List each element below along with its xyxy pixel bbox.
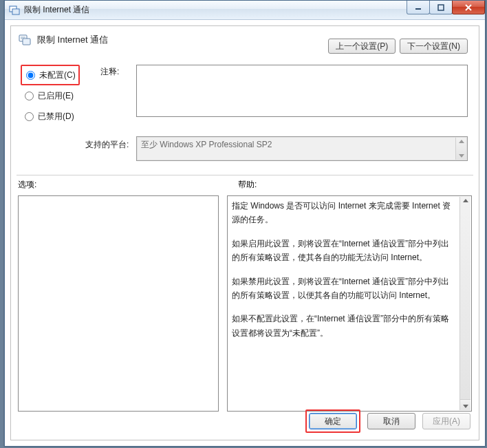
maximize-button[interactable] bbox=[429, 1, 453, 14]
help-text: 指定 Windows 是否可以访问 Internet 来完成需要 Interne… bbox=[232, 199, 467, 340]
page-title: 限制 Internet 通信 bbox=[37, 34, 108, 46]
scrollbar[interactable] bbox=[455, 138, 466, 160]
radio-enabled-label: 已启用(E) bbox=[38, 90, 74, 102]
scrollbar[interactable] bbox=[459, 197, 470, 410]
next-setting-button[interactable]: 下一个设置(N) bbox=[400, 39, 468, 54]
radio-disabled-label: 已禁用(D) bbox=[38, 111, 74, 122]
help-line: 如果不配置此设置，在“Internet 通信设置”部分中的所有策略设置都将设置为… bbox=[232, 312, 455, 340]
help-line: 如果启用此设置，则将设置在“Internet 通信设置”部分中列出的所有策略设置… bbox=[232, 237, 455, 265]
platform-value: 至少 Windows XP Professional SP2 bbox=[141, 140, 272, 149]
radio-disabled-input[interactable] bbox=[25, 112, 34, 121]
ok-highlight: 确定 bbox=[305, 409, 360, 433]
platform-label: 支持的平台: bbox=[85, 139, 129, 151]
titlebar[interactable]: 限制 Internet 通信 bbox=[5, 1, 485, 20]
comment-textarea[interactable] bbox=[136, 65, 468, 117]
radio-not-configured-input[interactable] bbox=[26, 71, 35, 80]
options-label: 选项: bbox=[18, 179, 36, 191]
svg-rect-7 bbox=[23, 39, 30, 44]
radio-enabled-input[interactable] bbox=[25, 92, 34, 100]
help-line: 如果禁用此设置，则将设置在“Internet 通信设置”部分中列出的所有策略设置… bbox=[232, 275, 455, 303]
help-label: 帮助: bbox=[238, 179, 257, 191]
cancel-button[interactable]: 取消 bbox=[367, 413, 415, 429]
options-panel bbox=[18, 195, 219, 412]
ok-button[interactable]: 确定 bbox=[309, 413, 357, 429]
prev-setting-button[interactable]: 上一个设置(P) bbox=[328, 39, 396, 54]
radio-not-configured[interactable]: 未配置(C) bbox=[21, 65, 80, 85]
app-icon bbox=[9, 5, 20, 16]
radio-not-configured-label: 未配置(C) bbox=[39, 70, 76, 81]
radio-enabled[interactable]: 已启用(E) bbox=[21, 85, 80, 106]
state-radios: 未配置(C) 已启用(E) 已禁用(D) bbox=[21, 65, 80, 127]
scrollbar-down[interactable] bbox=[459, 399, 470, 410]
platform-box: 至少 Windows XP Professional SP2 bbox=[136, 136, 468, 161]
apply-button: 应用(A) bbox=[422, 413, 470, 429]
separator bbox=[17, 175, 473, 175]
window: 限制 Internet 通信 限制 Internet bbox=[4, 0, 486, 447]
comment-label: 注释: bbox=[100, 66, 119, 78]
minimize-button[interactable] bbox=[407, 1, 430, 14]
policy-icon bbox=[18, 33, 32, 47]
svg-rect-2 bbox=[13, 10, 19, 14]
window-title: 限制 Internet 通信 bbox=[24, 4, 89, 16]
svg-rect-3 bbox=[415, 8, 421, 10]
help-line: 指定 Windows 是否可以访问 Internet 来完成需要 Interne… bbox=[232, 199, 455, 227]
close-button[interactable] bbox=[452, 1, 485, 14]
client-area: 限制 Internet 通信 上一个设置(P) 下一个设置(N) 未配置(C) … bbox=[10, 25, 479, 440]
help-panel: 指定 Windows 是否可以访问 Internet 来完成需要 Interne… bbox=[227, 195, 472, 412]
svg-rect-4 bbox=[438, 5, 444, 10]
radio-disabled[interactable]: 已禁用(D) bbox=[21, 106, 80, 127]
